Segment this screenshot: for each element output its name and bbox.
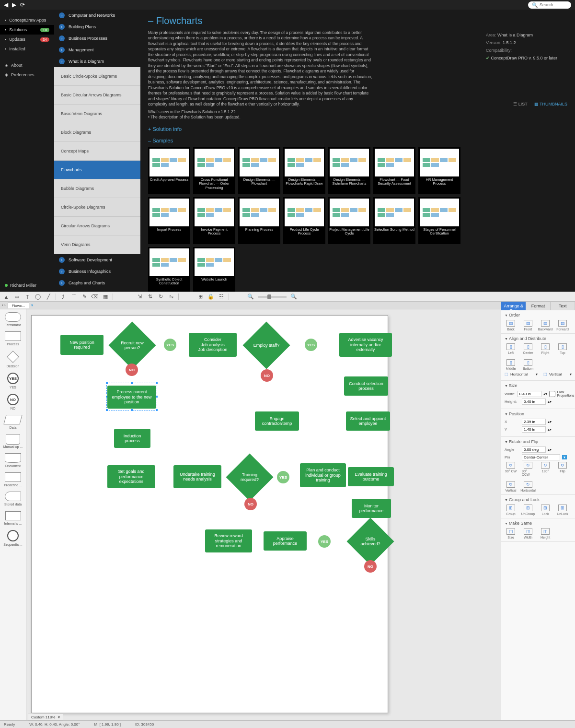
flowchart-decision[interactable]: Training required? bbox=[233, 460, 266, 494]
sample-card[interactable]: Stages of Personnel Certification bbox=[418, 197, 460, 244]
flowchart-process[interactable]: Evaluate training outcome bbox=[348, 467, 394, 486]
left-nav-conceptdraw-apps[interactable]: ▪ConceptDraw Apps bbox=[0, 15, 54, 25]
flowchart-process[interactable]: Engage contractor/temp bbox=[255, 411, 299, 431]
shape-yes[interactable]: YESYES bbox=[0, 373, 26, 389]
sub-item[interactable]: Basic Circle-Spoke Diagrams bbox=[54, 67, 140, 86]
pen-tool-icon[interactable]: ✎ bbox=[81, 294, 88, 300]
rp-front[interactable]: ▤Front bbox=[522, 320, 534, 331]
shape-predefine-[interactable]: Predefine ... bbox=[0, 472, 26, 487]
rp-back[interactable]: ▤Back bbox=[505, 320, 517, 331]
angle-input[interactable] bbox=[522, 446, 546, 453]
section-samples[interactable]: – Samples bbox=[148, 138, 567, 143]
sample-card[interactable]: Selection Sorting Method bbox=[373, 197, 415, 244]
left-nav-preferences[interactable]: ◈Preferences bbox=[0, 70, 54, 80]
category-item[interactable]: ›Business Infographics bbox=[54, 266, 140, 277]
rp-size[interactable]: ◫Size bbox=[505, 528, 517, 539]
sample-card[interactable]: Invoice Payment Process bbox=[193, 197, 235, 244]
section-same[interactable]: Make Same bbox=[505, 521, 572, 526]
rp-group[interactable]: ⊞Group bbox=[505, 505, 517, 516]
flowchart-decision[interactable]: Employ staff? bbox=[250, 329, 283, 362]
sub-item[interactable]: Venn Diagrams bbox=[54, 235, 140, 254]
pointer-tool-icon[interactable]: ▲ bbox=[3, 294, 10, 300]
distribute-tool-icon[interactable]: ⇅ bbox=[147, 294, 153, 300]
flowchart-process[interactable]: Process current employee to the new posi… bbox=[107, 386, 156, 409]
sample-card[interactable]: HR Management Process bbox=[418, 147, 460, 194]
sample-card[interactable]: Project Management Life Cycle bbox=[328, 197, 370, 244]
shape-decision[interactable]: Decision bbox=[0, 351, 26, 368]
document-tab[interactable]: Flowc... bbox=[8, 303, 30, 308]
search-box[interactable]: 🔍 bbox=[528, 1, 571, 9]
flowchart-process[interactable]: Select and appoint employee bbox=[346, 411, 390, 431]
group-tool-icon[interactable]: ⊞ bbox=[197, 294, 204, 300]
layer-tool-icon[interactable]: ☷ bbox=[218, 294, 225, 300]
rp-height[interactable]: ◫Height bbox=[539, 528, 552, 539]
flowchart-process[interactable]: Monitor performance bbox=[352, 499, 391, 518]
height-input[interactable] bbox=[522, 399, 546, 405]
rp-vertical[interactable]: ↻Vertical bbox=[505, 481, 517, 492]
zoom-indicator[interactable]: Custom 118%▾ bbox=[28, 714, 63, 720]
thumb-view-button[interactable]: ▦ THUMBNAILS bbox=[534, 102, 567, 106]
yes-connector[interactable]: YES bbox=[305, 339, 317, 351]
connector-tool-icon[interactable]: ⤴ bbox=[60, 294, 67, 300]
section-group[interactable]: Group and Lock bbox=[505, 497, 572, 502]
rp-lock[interactable]: ⊞Lock bbox=[539, 505, 552, 516]
zoom-in-icon[interactable]: 🔍 bbox=[290, 294, 297, 300]
table-tool-icon[interactable]: ▦ bbox=[102, 294, 109, 300]
y-input[interactable] bbox=[522, 426, 546, 433]
lock-proportions-checkbox[interactable] bbox=[549, 391, 555, 397]
rp-left[interactable]: ▯Left bbox=[505, 343, 517, 354]
yes-connector[interactable]: YES bbox=[277, 471, 289, 483]
shape-stored-data[interactable]: Stored data bbox=[0, 492, 26, 506]
sample-card[interactable]: Design Elements — Flowchart bbox=[238, 147, 280, 194]
category-item[interactable]: ›Business Processes bbox=[54, 33, 140, 44]
canvas[interactable]: New position requiredRecruit new person?… bbox=[31, 315, 388, 713]
shape-process[interactable]: Process bbox=[0, 331, 26, 346]
sub-item[interactable]: Basic Circular Arrows Diagrams bbox=[54, 86, 140, 105]
sample-card[interactable]: Credit Approval Process bbox=[148, 147, 190, 194]
no-connector[interactable]: NO bbox=[364, 560, 377, 573]
sub-item[interactable]: Flowcharts bbox=[54, 161, 140, 179]
flowchart-process[interactable]: Appraise performance bbox=[264, 531, 307, 551]
category-item[interactable]: ›Computer and Networks bbox=[54, 10, 140, 21]
rp--cw[interactable]: ↻90° CW bbox=[505, 462, 517, 476]
left-nav-updates[interactable]: ▪Updates34 bbox=[0, 35, 54, 44]
zoom-slider[interactable] bbox=[258, 296, 287, 298]
category-item[interactable]: ›What is a Diagram bbox=[54, 56, 140, 67]
shape-internal-s-[interactable]: Internal s ... bbox=[0, 511, 26, 525]
eraser-tool-icon[interactable]: ⌫ bbox=[92, 294, 98, 300]
rp-ungroup[interactable]: ⊞UnGroup bbox=[522, 505, 534, 516]
sub-item[interactable]: Block Diagrams bbox=[54, 123, 140, 142]
sample-card[interactable]: Design Elements — Flowcharts Rapid Draw bbox=[283, 147, 325, 194]
no-connector[interactable]: NO bbox=[261, 369, 273, 382]
nav-back-icon[interactable]: ◀ bbox=[4, 1, 8, 8]
shape-no[interactable]: NONO bbox=[0, 394, 26, 410]
sub-item[interactable]: Circle-Spoke Diagrams bbox=[54, 198, 140, 217]
tab-text[interactable]: Text bbox=[551, 302, 575, 310]
left-nav-about[interactable]: ◈About bbox=[0, 60, 54, 70]
rp-flip[interactable]: ↻Flip bbox=[556, 462, 569, 476]
align-tool-icon[interactable]: ⇲ bbox=[136, 294, 143, 300]
no-connector[interactable]: NO bbox=[126, 364, 138, 376]
tab-format[interactable]: Format bbox=[526, 302, 550, 310]
rp-forward[interactable]: ▤Forward bbox=[556, 320, 569, 331]
no-connector[interactable]: NO bbox=[244, 498, 257, 510]
yes-connector[interactable]: YES bbox=[318, 535, 331, 548]
nav-reload-icon[interactable]: ⟳ bbox=[20, 1, 25, 8]
sample-card[interactable]: Cross-Functional Flowchart — Order Proce… bbox=[193, 147, 235, 194]
rp-center[interactable]: ▯Center bbox=[522, 343, 534, 354]
arc-tool-icon[interactable]: ⌒ bbox=[70, 294, 77, 300]
tab-arrange[interactable]: Arrange & Size bbox=[501, 302, 526, 310]
sample-card[interactable]: Planning Process bbox=[238, 197, 280, 244]
sub-item[interactable]: Concept Maps bbox=[54, 142, 140, 161]
x-input[interactable] bbox=[522, 419, 546, 425]
category-item[interactable]: ›Software Development bbox=[54, 254, 140, 266]
width-input[interactable] bbox=[518, 391, 541, 397]
rp-bottom[interactable]: ▯Bottom bbox=[522, 359, 534, 370]
search-input[interactable] bbox=[540, 2, 568, 7]
flowchart-process[interactable]: Review reward strategies and remuneratio… bbox=[205, 529, 252, 552]
rotate-tool-icon[interactable]: ↻ bbox=[157, 294, 164, 300]
rp--ccw[interactable]: ↻90° CCW bbox=[522, 462, 534, 476]
rp-right[interactable]: ▯Right bbox=[539, 343, 552, 354]
left-nav-installed[interactable]: ▪Installed bbox=[0, 44, 54, 54]
sample-card[interactable]: Flowchart — Food Security Assessment bbox=[373, 147, 415, 194]
